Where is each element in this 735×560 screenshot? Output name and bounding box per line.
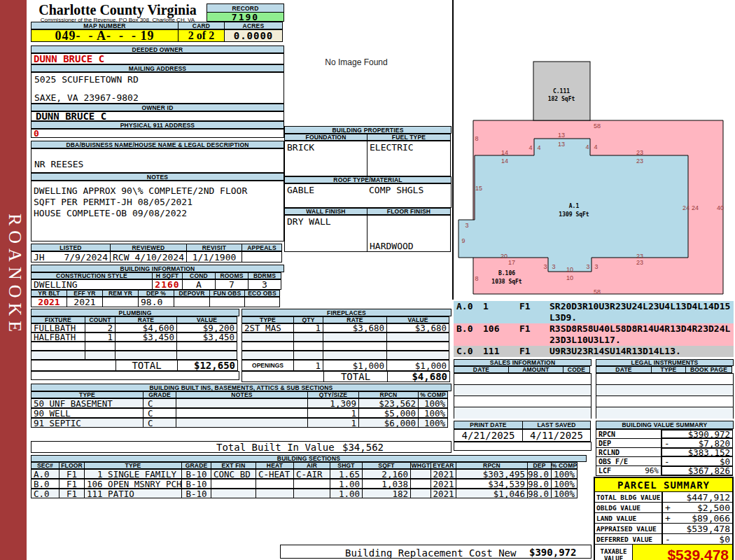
psum-row: DEFERRED VALUE - $0 [595, 534, 732, 545]
sections-header-row: SEC# FLOOR TYPE GRADE EXT FIN HEAT AIR S… [31, 462, 578, 469]
plumbing-total-value: $12,650 [177, 360, 238, 371]
whgt-label: WHGT [410, 462, 431, 469]
psum-row: LAND VALUE + $89,066 [595, 513, 732, 524]
sketch-dimension-label: 14 [501, 149, 508, 156]
map-number-value: 049- - A- - - 19 [31, 29, 178, 42]
fireplaces-total-row: TOTAL $4,680 [241, 371, 450, 382]
sketch-dimension-label: 20 [500, 253, 507, 260]
sec-value: A.0 [31, 469, 59, 479]
fueltype-value: ELECTRIC [367, 141, 451, 176]
fueltype-label: FUEL TYPE [367, 134, 451, 141]
count-label: COUNT [85, 316, 115, 323]
deeded-owner-value: DUNN BRUCE C [31, 53, 284, 64]
bdrms-value: 3 [248, 279, 281, 290]
sketch-dimension-label: 4 [537, 144, 540, 151]
owner-id-label: OWNER ID [31, 104, 284, 111]
comp-label: % COMP [551, 462, 578, 469]
comp-value: 100% [551, 489, 578, 498]
depovr-label: DEPOVR [174, 290, 210, 297]
grade-value: B-10 [181, 479, 211, 489]
fp-value: $3,680 [386, 323, 449, 332]
bi-type-label: TYPE [31, 391, 144, 398]
floor-value: F1 [59, 479, 85, 489]
fp-rate: $3,680 [323, 323, 387, 332]
air-value: C-AIR [293, 469, 330, 479]
sales-date-label: DATE [454, 366, 509, 373]
sketch-dimension-label: 3 [594, 263, 598, 270]
bi-notes [176, 418, 308, 428]
cmd-sec: B.0 [454, 323, 483, 346]
sketch-dimension-label: 3 [586, 263, 589, 270]
cmd-floor: F1 [519, 323, 550, 346]
psum-row: APPRAISED VALUE $539,478 [595, 524, 732, 534]
sketch-area-label: 1309 SqFt [559, 211, 589, 218]
sketch-dimension-label: 10 [566, 274, 573, 281]
whgt-value [410, 469, 431, 479]
card-value: 2 of 2 [178, 29, 225, 42]
psum-row: OBLDG VALUE + $2,500 [595, 503, 732, 513]
rooms-value: 7 [215, 279, 248, 290]
sketch-dimension-label: 4 [585, 144, 589, 150]
psum-label: LAND VALUE [595, 513, 663, 523]
psum-label: DEFERRED VALUE [595, 534, 663, 544]
vsum-label: OBS F/E [596, 456, 662, 466]
revisit-label: REVISIT [186, 244, 242, 251]
sketch-commands: A.0 1 F1 SR20D3R10U3R23U24L23U4L13D4L14D… [454, 301, 734, 357]
sketch-dimension-label: 15 [475, 185, 482, 192]
bi-comp-label: % COMP [418, 391, 448, 398]
vsum-row: RCLND $383,152 [596, 447, 734, 457]
dates-value-row: 4/21/2025 4/11/2025 [454, 429, 591, 442]
vsum-sign: - [664, 438, 670, 448]
sec-value: B.0 [31, 479, 59, 489]
record-value-box: 7190 [206, 12, 284, 22]
sketch-dimension-label: 13 [558, 141, 565, 148]
bi-qty: 1 [307, 408, 359, 418]
fp-value-label: VALUE [386, 316, 449, 323]
vsum-pct: 96% [645, 466, 659, 475]
vsum-value-cell: - $7,820 [661, 438, 733, 448]
deeded-owner-label: DEEDED OWNER [31, 46, 284, 53]
building-info-values2: 2021 2021 98.0 [31, 297, 280, 307]
physical-address-label: PHYSICAL 911 ADDRESS [31, 121, 284, 129]
type-value: 111 PATIO [84, 489, 182, 498]
openings-rate: $1,000 [323, 360, 387, 371]
air-value [293, 479, 330, 489]
appeals-label: APPEALS [241, 244, 282, 251]
builtins-title: BUILDING BUILT INS, BASEMENTS, ATTICS & … [31, 384, 451, 391]
taxable-label-line2: VALUE [604, 555, 623, 560]
sketch-dimension-label: 23 [636, 259, 643, 266]
sketch-command-row: B.0 106 F1 R3SD8R58U40L58D8R14U4R13D4R23… [454, 323, 734, 346]
bi-grade: C [143, 408, 176, 418]
floor-value: F1 [59, 469, 85, 479]
card-label: CARD [178, 22, 225, 29]
depovr-value [174, 297, 210, 307]
vsum-row: OBS F/E - $0 [596, 456, 734, 466]
bi-grade: C [143, 398, 176, 408]
map-number-label: MAP NUMBER [31, 22, 178, 29]
legal-empty-row [596, 385, 733, 396]
extfin-value [211, 479, 256, 489]
effyr-value: 2021 [66, 297, 103, 307]
roof-material-value: COMP SHGLS [369, 185, 424, 195]
fireplaces-total-value: $4,680 [387, 371, 450, 382]
section-row: B.0 F1 106 OPEN MSNRY PCH B-10 1.00 1,03… [31, 479, 578, 489]
reviewed-label: REVIEWED [110, 244, 187, 251]
dep-value: 98.0 [527, 469, 552, 479]
wallfinish-label: WALL FINISH [284, 208, 368, 215]
acres-label: ACRES [224, 22, 283, 29]
extfin-value [211, 489, 256, 498]
dba-legal-label: DBA/BUISNESS NAME/HOUSE NAME & LEGAL DES… [31, 141, 284, 148]
plumbing-value: $9,200 [176, 323, 237, 332]
vsum-value: $383,152 [688, 447, 730, 457]
air-value [293, 489, 330, 498]
sales-header-row: DATE AMOUNT CODE [454, 366, 590, 373]
fireplaces-title: FIREPLACES [241, 309, 451, 316]
openings-label: OPENINGS [241, 360, 294, 371]
bi-qty-label: QTY/SIZE [307, 391, 359, 398]
eyear-value: 2021 [430, 479, 456, 489]
cmd-floor: F1 [519, 346, 550, 357]
visits-value-row: JH 7/9/2024 RCW 4/10/2024 1/1/1900 [31, 251, 282, 262]
sketch-dimension-label: 3 [552, 263, 555, 270]
bi-rpcn: $23,562 [358, 398, 419, 408]
vsum-row: RPCN $390,972 [596, 429, 734, 439]
